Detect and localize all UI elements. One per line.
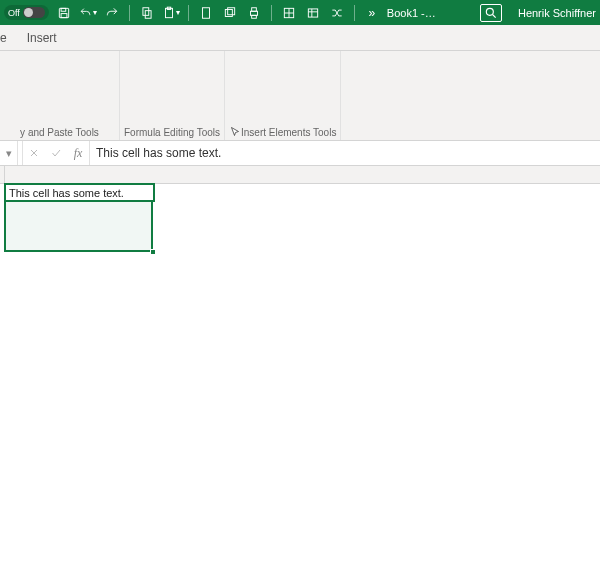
svg-rect-4 bbox=[145, 10, 151, 18]
svg-point-19 bbox=[486, 8, 493, 15]
ribbon: y and Paste Tools Formula Editing Tools … bbox=[0, 51, 600, 141]
svg-rect-11 bbox=[252, 7, 257, 11]
svg-rect-1 bbox=[61, 8, 66, 11]
qat-more-icon[interactable]: » bbox=[363, 3, 381, 23]
namebox-dropdown[interactable]: ▾ bbox=[0, 141, 18, 165]
qat-grid-icon[interactable] bbox=[280, 3, 298, 23]
svg-rect-2 bbox=[61, 13, 67, 17]
redo-icon[interactable] bbox=[103, 3, 121, 23]
group-label: y and Paste Tools bbox=[4, 126, 115, 139]
svg-rect-9 bbox=[228, 7, 235, 14]
qat-table-icon[interactable] bbox=[304, 3, 322, 23]
search-button[interactable] bbox=[480, 4, 502, 22]
undo-icon[interactable]: ▾ bbox=[79, 3, 97, 23]
enter-icon[interactable] bbox=[45, 141, 67, 165]
fill-handle[interactable] bbox=[150, 249, 156, 255]
qat-page-icon[interactable] bbox=[197, 3, 215, 23]
cursor-icon bbox=[229, 126, 241, 138]
svg-rect-10 bbox=[250, 11, 257, 15]
formula-input[interactable]: This cell has some text. bbox=[90, 146, 600, 160]
autosave-toggle[interactable]: Off bbox=[4, 5, 49, 20]
qat-shuffle-icon[interactable] bbox=[328, 3, 346, 23]
group-label: Formula Editing Tools bbox=[124, 126, 220, 139]
user-name[interactable]: Henrik Schiffner bbox=[518, 7, 596, 19]
cancel-icon[interactable] bbox=[23, 141, 45, 165]
formula-bar: ▾ fx This cell has some text. bbox=[0, 141, 600, 166]
qat-copy-icon[interactable] bbox=[138, 3, 156, 23]
quick-tools-group bbox=[341, 51, 352, 140]
paste-tools-group: y and Paste Tools bbox=[0, 51, 120, 140]
spreadsheet-grid[interactable]: This cell has some text. bbox=[0, 166, 600, 184]
insert-elements-group: Insert Elements Tools bbox=[225, 51, 341, 140]
svg-line-20 bbox=[493, 14, 496, 17]
autosave-label: Off bbox=[8, 8, 20, 18]
tab-insert[interactable]: Insert bbox=[17, 26, 67, 50]
select-all-corner[interactable] bbox=[0, 166, 5, 183]
qat-layers-icon[interactable] bbox=[221, 3, 239, 23]
qat-print-icon[interactable] bbox=[245, 3, 263, 23]
ribbon-tabs: e Insert bbox=[0, 25, 600, 51]
toggle-track-icon bbox=[23, 7, 45, 18]
svg-rect-8 bbox=[225, 9, 232, 16]
svg-rect-16 bbox=[308, 8, 317, 16]
save-icon[interactable] bbox=[55, 3, 73, 23]
group-label bbox=[345, 126, 348, 139]
workbook-name: Book1 -… bbox=[387, 7, 436, 19]
fx-icon[interactable]: fx bbox=[67, 141, 89, 165]
title-bar: Off ▾ ▾ » Book1 -… Henrik Schiffner bbox=[0, 0, 600, 25]
svg-rect-7 bbox=[202, 7, 209, 18]
active-cell[interactable]: This cell has some text. bbox=[4, 183, 155, 202]
group-label: Insert Elements Tools bbox=[229, 125, 336, 139]
qat-paste-icon[interactable]: ▾ bbox=[162, 3, 180, 23]
formula-editing-group: Formula Editing Tools bbox=[120, 51, 225, 140]
svg-rect-12 bbox=[252, 15, 257, 18]
svg-rect-3 bbox=[143, 7, 149, 15]
tab-partial[interactable]: e bbox=[0, 26, 17, 50]
